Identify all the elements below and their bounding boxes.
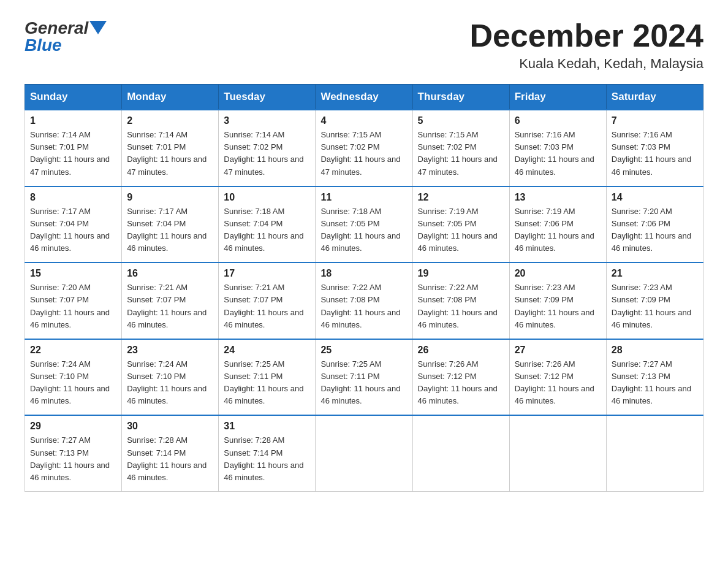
calendar-cell [606,415,703,491]
day-info: Sunrise: 7:17 AMSunset: 7:04 PMDaylight:… [30,205,116,255]
calendar-cell [412,415,509,491]
day-info: Sunrise: 7:26 AMSunset: 7:12 PMDaylight:… [515,358,601,408]
day-info: Sunrise: 7:23 AMSunset: 7:09 PMDaylight:… [515,282,601,331]
day-number: 13 [515,192,601,203]
day-number: 19 [418,268,504,279]
day-info: Sunrise: 7:18 AMSunset: 7:05 PMDaylight:… [320,205,407,255]
calendar-cell: 24 Sunrise: 7:25 AMSunset: 7:11 PMDaylig… [219,339,316,416]
header-thursday: Thursday [412,85,509,110]
calendar-cell: 9 Sunrise: 7:17 AMSunset: 7:04 PMDayligh… [122,186,219,263]
day-info: Sunrise: 7:24 AMSunset: 7:10 PMDaylight:… [127,358,213,408]
week-row-2: 8 Sunrise: 7:17 AMSunset: 7:04 PMDayligh… [25,186,703,263]
week-row-1: 1 Sunrise: 7:14 AMSunset: 7:01 PMDayligh… [25,110,703,186]
day-number: 7 [612,115,698,126]
header-row: SundayMondayTuesdayWednesdayThursdayFrid… [25,85,703,110]
day-info: Sunrise: 7:19 AMSunset: 7:06 PMDaylight:… [515,205,601,255]
calendar-cell: 8 Sunrise: 7:17 AMSunset: 7:04 PMDayligh… [25,186,122,263]
week-row-5: 29 Sunrise: 7:27 AMSunset: 7:13 PMDaylig… [25,415,703,491]
day-number: 4 [320,115,407,126]
day-number: 9 [127,192,213,203]
day-number: 17 [224,268,310,279]
day-number: 25 [320,345,407,356]
week-row-4: 22 Sunrise: 7:24 AMSunset: 7:10 PMDaylig… [25,339,703,416]
day-number: 21 [612,268,698,279]
day-number: 8 [30,192,116,203]
day-number: 23 [127,345,213,356]
calendar-cell: 20 Sunrise: 7:23 AMSunset: 7:09 PMDaylig… [509,262,606,339]
calendar-cell: 6 Sunrise: 7:16 AMSunset: 7:03 PMDayligh… [509,110,606,186]
calendar-cell: 11 Sunrise: 7:18 AMSunset: 7:05 PMDaylig… [316,186,412,263]
week-row-3: 15 Sunrise: 7:20 AMSunset: 7:07 PMDaylig… [25,262,703,339]
header-friday: Friday [509,85,606,110]
header-wednesday: Wednesday [316,85,412,110]
day-info: Sunrise: 7:26 AMSunset: 7:12 PMDaylight:… [418,358,504,408]
logo-text-blue: Blue [25,36,62,55]
logo-triangle-icon [89,21,107,34]
day-number: 31 [224,421,310,432]
day-info: Sunrise: 7:18 AMSunset: 7:04 PMDaylight:… [224,205,310,255]
calendar-cell: 17 Sunrise: 7:21 AMSunset: 7:07 PMDaylig… [219,262,316,339]
location: Kuala Kedah, Kedah, Malaysia [469,56,703,72]
calendar-cell: 12 Sunrise: 7:19 AMSunset: 7:05 PMDaylig… [412,186,509,263]
calendar-cell: 16 Sunrise: 7:21 AMSunset: 7:07 PMDaylig… [122,262,219,339]
calendar-cell: 25 Sunrise: 7:25 AMSunset: 7:11 PMDaylig… [316,339,412,416]
calendar-cell: 21 Sunrise: 7:23 AMSunset: 7:09 PMDaylig… [606,262,703,339]
calendar-cell [316,415,412,491]
day-info: Sunrise: 7:24 AMSunset: 7:10 PMDaylight:… [30,358,116,408]
day-number: 15 [30,268,116,279]
calendar-cell: 19 Sunrise: 7:22 AMSunset: 7:08 PMDaylig… [412,262,509,339]
calendar-table: SundayMondayTuesdayWednesdayThursdayFrid… [25,84,703,492]
logo: General Blue [25,18,107,55]
header-sunday: Sunday [25,85,122,110]
calendar-cell: 10 Sunrise: 7:18 AMSunset: 7:04 PMDaylig… [219,186,316,263]
calendar-cell: 27 Sunrise: 7:26 AMSunset: 7:12 PMDaylig… [509,339,606,416]
calendar-body: 1 Sunrise: 7:14 AMSunset: 7:01 PMDayligh… [25,110,703,491]
day-info: Sunrise: 7:14 AMSunset: 7:02 PMDaylight:… [224,129,310,178]
header-tuesday: Tuesday [219,85,316,110]
calendar-cell: 15 Sunrise: 7:20 AMSunset: 7:07 PMDaylig… [25,262,122,339]
calendar-cell: 22 Sunrise: 7:24 AMSunset: 7:10 PMDaylig… [25,339,122,416]
calendar-cell: 29 Sunrise: 7:27 AMSunset: 7:13 PMDaylig… [25,415,122,491]
calendar-cell: 5 Sunrise: 7:15 AMSunset: 7:02 PMDayligh… [412,110,509,186]
day-info: Sunrise: 7:20 AMSunset: 7:07 PMDaylight:… [30,282,116,331]
calendar-header: SundayMondayTuesdayWednesdayThursdayFrid… [25,85,703,110]
header-saturday: Saturday [606,85,703,110]
day-info: Sunrise: 7:28 AMSunset: 7:14 PMDaylight:… [224,434,310,484]
day-info: Sunrise: 7:15 AMSunset: 7:02 PMDaylight:… [418,129,504,178]
day-info: Sunrise: 7:17 AMSunset: 7:04 PMDaylight:… [127,205,213,255]
day-info: Sunrise: 7:28 AMSunset: 7:14 PMDaylight:… [127,434,213,484]
day-info: Sunrise: 7:25 AMSunset: 7:11 PMDaylight:… [224,358,310,408]
day-number: 22 [30,345,116,356]
day-info: Sunrise: 7:23 AMSunset: 7:09 PMDaylight:… [612,282,698,331]
day-info: Sunrise: 7:16 AMSunset: 7:03 PMDaylight:… [612,129,698,178]
day-number: 28 [612,345,698,356]
calendar-cell: 7 Sunrise: 7:16 AMSunset: 7:03 PMDayligh… [606,110,703,186]
day-number: 20 [515,268,601,279]
day-number: 5 [418,115,504,126]
calendar-cell: 13 Sunrise: 7:19 AMSunset: 7:06 PMDaylig… [509,186,606,263]
day-number: 3 [224,115,310,126]
day-number: 16 [127,268,213,279]
day-number: 14 [612,192,698,203]
day-info: Sunrise: 7:27 AMSunset: 7:13 PMDaylight:… [612,358,698,408]
day-number: 12 [418,192,504,203]
calendar-cell: 28 Sunrise: 7:27 AMSunset: 7:13 PMDaylig… [606,339,703,416]
day-info: Sunrise: 7:25 AMSunset: 7:11 PMDaylight:… [320,358,407,408]
day-info: Sunrise: 7:14 AMSunset: 7:01 PMDaylight:… [127,129,213,178]
calendar-cell: 26 Sunrise: 7:26 AMSunset: 7:12 PMDaylig… [412,339,509,416]
day-info: Sunrise: 7:21 AMSunset: 7:07 PMDaylight:… [224,282,310,331]
calendar-cell: 4 Sunrise: 7:15 AMSunset: 7:02 PMDayligh… [316,110,412,186]
day-info: Sunrise: 7:14 AMSunset: 7:01 PMDaylight:… [30,129,116,178]
calendar-cell: 30 Sunrise: 7:28 AMSunset: 7:14 PMDaylig… [122,415,219,491]
day-info: Sunrise: 7:27 AMSunset: 7:13 PMDaylight:… [30,434,116,484]
month-title: December 2024 [469,18,703,53]
day-number: 10 [224,192,310,203]
day-number: 6 [515,115,601,126]
day-number: 18 [320,268,407,279]
day-number: 2 [127,115,213,126]
day-info: Sunrise: 7:16 AMSunset: 7:03 PMDaylight:… [515,129,601,178]
day-number: 29 [30,421,116,432]
calendar-cell: 1 Sunrise: 7:14 AMSunset: 7:01 PMDayligh… [25,110,122,186]
page-header: General Blue December 2024 Kuala Kedah, … [25,18,703,72]
day-number: 26 [418,345,504,356]
